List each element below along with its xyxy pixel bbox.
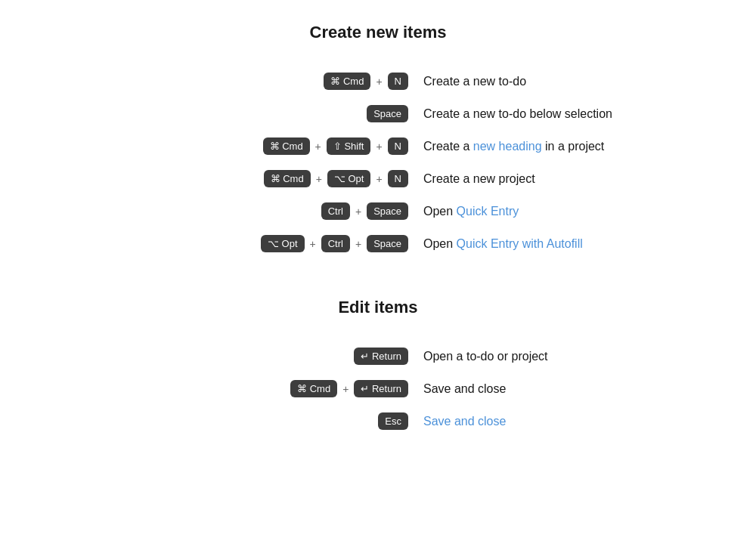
- shortcut-row-new-heading: ⌘ Cmd+⇧ Shift+NCreate a new heading in a…: [0, 130, 756, 162]
- shortcut-row-save-close: ⌘ Cmd+↵ ReturnSave and close: [0, 372, 756, 405]
- key-ctrl: Ctrl: [321, 235, 350, 252]
- shortcut-keys-save-close-esc: Esc: [76, 412, 423, 430]
- key-ctrl: Ctrl: [321, 202, 350, 220]
- shortcut-desc-open-todo: Open a to-do or project: [423, 350, 680, 363]
- shortcut-row-new-todo-below: SpaceCreate a new to-do below selection: [0, 97, 756, 130]
- desc-text: Create a new project: [423, 172, 535, 185]
- shortcut-keys-new-heading: ⌘ Cmd+⇧ Shift+N: [76, 137, 423, 155]
- plus-separator: +: [342, 383, 349, 395]
- section-spacer: [0, 260, 756, 298]
- key-n: N: [388, 137, 408, 155]
- shortcut-keys-new-todo-below: Space: [76, 105, 423, 122]
- key-⌘-cmd: ⌘ Cmd: [324, 73, 370, 90]
- shortcut-keys-save-close: ⌘ Cmd+↵ Return: [76, 380, 423, 397]
- desc-link: Save and close: [423, 415, 506, 428]
- shortcut-desc-save-close-esc: Save and close: [423, 415, 680, 428]
- shortcut-desc-new-heading: Create a new heading in a project: [423, 140, 680, 153]
- shortcut-row-save-close-esc: EscSave and close: [0, 405, 756, 437]
- plus-separator: +: [376, 76, 382, 88]
- key-⌘-cmd: ⌘ Cmd: [263, 137, 310, 155]
- key-⌘-cmd: ⌘ Cmd: [290, 380, 337, 397]
- desc-link: Quick Entry: [457, 205, 519, 218]
- desc-text: Save and close: [423, 382, 506, 395]
- key-space: Space: [367, 202, 408, 220]
- key-↵-return: ↵ Return: [354, 348, 408, 365]
- plus-separator: +: [315, 141, 321, 153]
- desc-text: Create a new to-do: [423, 75, 526, 88]
- plus-separator: +: [376, 141, 382, 153]
- desc-link: new heading: [473, 140, 542, 153]
- plus-separator: +: [316, 173, 322, 185]
- key-esc: Esc: [378, 412, 408, 430]
- shortcut-desc-save-close: Save and close: [423, 382, 680, 396]
- shortcut-row-new-todo: ⌘ Cmd+NCreate a new to-do: [0, 65, 756, 97]
- desc-text: Open: [423, 205, 457, 218]
- key-space: Space: [367, 105, 408, 122]
- key-n: N: [388, 73, 408, 90]
- shortcut-keys-new-project: ⌘ Cmd+⌥ Opt+N: [76, 170, 423, 187]
- page: Create new items⌘ Cmd+NCreate a new to-d…: [0, 0, 756, 460]
- desc-text: Open: [423, 237, 457, 250]
- shortcut-keys-new-todo: ⌘ Cmd+N: [76, 73, 423, 90]
- shortcuts-list-edit-items: ↵ ReturnOpen a to-do or project⌘ Cmd+↵ R…: [0, 340, 756, 437]
- shortcut-row-open-quick-entry-autofill: ⌥ Opt+Ctrl+SpaceOpen Quick Entry with Au…: [0, 227, 756, 260]
- plus-separator: +: [355, 205, 361, 218]
- key-⇧-shift: ⇧ Shift: [327, 137, 371, 155]
- plus-separator: +: [355, 238, 361, 250]
- shortcut-keys-open-quick-entry-autofill: ⌥ Opt+Ctrl+Space: [76, 235, 423, 252]
- key-⌘-cmd: ⌘ Cmd: [264, 170, 311, 187]
- shortcut-desc-open-quick-entry: Open Quick Entry: [423, 205, 680, 218]
- section-title-create-new-items: Create new items: [0, 23, 756, 42]
- desc-text: Create a: [423, 140, 473, 153]
- key-⌥-opt: ⌥ Opt: [327, 170, 371, 187]
- desc-link: Quick Entry with Autofill: [457, 237, 583, 250]
- desc-text: Create a new to-do below selection: [423, 107, 612, 120]
- key-↵-return: ↵ Return: [354, 380, 408, 397]
- shortcut-desc-new-project: Create a new project: [423, 172, 680, 186]
- section-title-edit-items: Edit items: [0, 298, 756, 317]
- plus-separator: +: [310, 238, 316, 250]
- key-⌥-opt: ⌥ Opt: [261, 235, 305, 252]
- shortcut-row-open-quick-entry: Ctrl+SpaceOpen Quick Entry: [0, 195, 756, 227]
- sections-container: Create new items⌘ Cmd+NCreate a new to-d…: [0, 23, 756, 437]
- shortcut-desc-new-todo-below: Create a new to-do below selection: [423, 107, 680, 121]
- desc-text: Open a to-do or project: [423, 350, 548, 363]
- shortcut-keys-open-quick-entry: Ctrl+Space: [76, 202, 423, 220]
- shortcut-desc-new-todo: Create a new to-do: [423, 75, 680, 88]
- shortcut-row-open-todo: ↵ ReturnOpen a to-do or project: [0, 340, 756, 372]
- shortcut-keys-open-todo: ↵ Return: [76, 348, 423, 365]
- desc-text: in a project: [542, 140, 605, 153]
- shortcut-row-new-project: ⌘ Cmd+⌥ Opt+NCreate a new project: [0, 162, 756, 195]
- shortcut-desc-open-quick-entry-autofill: Open Quick Entry with Autofill: [423, 237, 680, 251]
- key-n: N: [388, 170, 408, 187]
- shortcuts-list-create-new-items: ⌘ Cmd+NCreate a new to-doSpaceCreate a n…: [0, 65, 756, 260]
- key-space: Space: [367, 235, 408, 252]
- plus-separator: +: [376, 173, 382, 185]
